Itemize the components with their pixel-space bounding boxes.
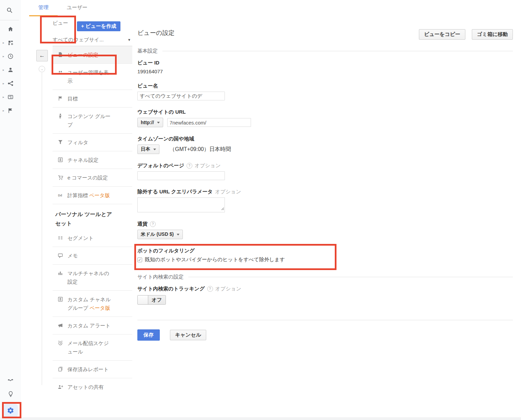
view-menu-group-header-personal-tools: パーソナル ツールとアセット — [53, 204, 132, 229]
rail-item-discover[interactable] — [7, 390, 14, 399]
basic-settings-header: 基本設定 — [137, 48, 158, 54]
view-menu-item-custom-channel-grouping[interactable]: カスタム チャネル グループ ベータ版 — [53, 290, 132, 317]
beta-badge: ベータ版 — [90, 305, 110, 311]
rail-item-acquisition[interactable]: ▸ — [0, 77, 21, 90]
view-menu-item-view-settings[interactable]: ビューの設定 — [53, 46, 132, 63]
default-page-input[interactable] — [137, 171, 225, 180]
save-button[interactable]: 保存 — [137, 329, 160, 341]
view-menu-item-channel-settings[interactable]: チャネル設定 — [53, 151, 132, 169]
expand-arrow-icon[interactable]: ▸ — [3, 69, 4, 72]
resize-grip-icon[interactable] — [221, 206, 224, 212]
view-settings-panel: ビューをコピー ゴミ箱に移動 ビューの設定 基本設定 ビュー ID 199164… — [137, 29, 513, 341]
view-name-input[interactable] — [137, 92, 225, 100]
menu-item-label: メール配信スケジュール — [67, 339, 112, 356]
help-icon[interactable]: ? — [207, 286, 213, 292]
dd-icon: Dd — [57, 192, 63, 198]
view-menu-item-ecommerce-settings[interactable]: e コマースの設定 — [53, 169, 132, 186]
timezone-country-dropdown[interactable]: 日本 — [137, 145, 159, 154]
expand-arrow-icon[interactable]: ▸ — [3, 41, 4, 44]
default-page-label: デフォルトのページ — [137, 163, 184, 169]
site-search-header: サイト内検索の設定 — [137, 274, 184, 280]
url-scheme-dropdown[interactable]: http:// — [137, 118, 163, 127]
discover-bulb-icon — [7, 390, 14, 398]
view-menu-item-calculated-metrics[interactable]: Dd計算指標 ベータ版 — [53, 186, 132, 204]
timeline-line — [42, 73, 42, 385]
view-menu-item-annotations[interactable]: メモ — [53, 247, 132, 264]
menu-item-label: ユーザー管理を表示 — [67, 68, 112, 85]
audience-person-icon — [7, 66, 14, 73]
move-to-trash-button[interactable]: ゴミ箱に移動 — [472, 29, 513, 40]
ga-admin-page: ▸▸▸▸▸▸ 管理ユーザー ← → ビュー + ビューを作成 すべてのウェブサイ… — [0, 0, 521, 420]
bot-filtering-field: ボットのフィルタリング ✓ 既知のボットやスパイダーからのヒットをすべて除外しま… — [137, 248, 513, 263]
view-menu-item-user-management[interactable]: ユーザー管理を表示 — [53, 63, 132, 90]
menu-item-label: マルチチャネルの設定 — [67, 269, 112, 286]
currency-dropdown[interactable]: 米ドル (USD $) — [137, 230, 183, 239]
document-icon — [57, 52, 63, 58]
left-nav-rail: ▸▸▸▸▸▸ — [0, 0, 21, 420]
view-menu-item-email-schedule[interactable]: メール配信スケジュール — [53, 334, 132, 360]
tab-admin[interactable]: 管理 — [29, 0, 58, 16]
view-menu-item-content-grouping[interactable]: コンテンツ グループ — [53, 107, 132, 133]
segment-icon — [57, 235, 63, 241]
bar-chart-icon — [57, 270, 63, 276]
help-icon[interactable]: ? — [187, 163, 192, 169]
view-menu-item-saved-reports[interactable]: 保存済みレポート — [53, 360, 132, 378]
currency-label: 通貨 — [137, 221, 148, 227]
exclude-params-textarea[interactable] — [138, 198, 225, 212]
help-icon[interactable]: ? — [150, 221, 156, 227]
rail-item-home[interactable] — [0, 22, 21, 36]
website-url-input[interactable] — [167, 118, 251, 127]
realtime-clock-icon — [7, 53, 14, 60]
footer-divider — [137, 320, 513, 320]
cart-icon — [57, 174, 63, 180]
view-menu-item-multi-channel-settings[interactable]: マルチチャネルの設定 — [53, 264, 132, 290]
timezone-country-value: 日本 — [141, 146, 150, 152]
rail-nav-items: ▸▸▸▸▸▸ — [0, 20, 21, 117]
bot-filtering-checkbox[interactable]: ✓ — [137, 257, 142, 262]
rail-bottom-items — [0, 377, 21, 417]
expand-arrow-icon[interactable]: ▸ — [3, 82, 4, 85]
search-button[interactable] — [0, 0, 19, 20]
currency-field: 通貨 ? 米ドル (USD $) — [137, 221, 513, 239]
bottom-edge-strip — [0, 417, 521, 420]
copy-view-button[interactable]: ビューをコピー — [419, 29, 465, 40]
channel-icon — [57, 296, 63, 302]
caret-down-icon — [177, 234, 179, 235]
expand-arrow-icon[interactable]: ▸ — [3, 109, 4, 112]
rail-item-conversions[interactable]: ▸ — [0, 104, 21, 117]
site-search-tracking-field: サイト内検索のトラッキング ? オプション オフ — [137, 286, 513, 306]
view-selector-dropdown[interactable]: すべてのウェブサイ... ▼ — [53, 35, 132, 46]
exclude-params-field: 除外する URL クエリパラメータ オプション — [137, 189, 513, 212]
view-menu-item-filters[interactable]: フィルタ — [53, 133, 132, 151]
tab-user[interactable]: ユーザー — [58, 0, 97, 16]
create-view-button[interactable]: + ビューを作成 — [77, 21, 120, 31]
channel-icon — [57, 157, 63, 163]
view-menu-item-custom-alerts[interactable]: カスタム アラート — [53, 317, 132, 334]
menu-item-label: 保存済みレポート — [67, 365, 112, 374]
rail-item-realtime[interactable]: ▸ — [0, 50, 21, 63]
expand-column-button[interactable]: → — [39, 66, 45, 72]
rail-item-admin[interactable] — [3, 404, 18, 417]
rail-item-customization[interactable]: ▸ — [0, 36, 21, 50]
view-menu-item-goals[interactable]: 目標 — [53, 90, 132, 107]
view-menu-item-asset-sharing[interactable]: アセットの共有 — [53, 378, 132, 396]
person-plus-icon — [57, 384, 63, 390]
rail-item-attribution[interactable] — [7, 377, 14, 386]
admin-gear-icon — [7, 407, 14, 414]
view-menu-item-segments[interactable]: セグメント — [53, 229, 132, 247]
menu-item-label: フィルタ — [67, 138, 112, 147]
view-column-header: ビュー — [53, 19, 70, 27]
rail-item-audience[interactable]: ▸ — [0, 63, 21, 77]
rail-item-behavior[interactable]: ▸ — [0, 90, 21, 104]
exclude-params-label: 除外する URL クエリパラメータ — [137, 189, 213, 195]
beta-badge: ベータ版 — [89, 192, 110, 198]
toggle-knob — [138, 295, 148, 304]
site-search-toggle[interactable]: オフ — [137, 295, 166, 305]
site-search-tracking-label: サイト内検索のトラッキング — [137, 286, 205, 292]
collapse-column-button[interactable]: ← — [36, 50, 48, 61]
cancel-button[interactable]: キャンセル — [170, 330, 206, 340]
timezone-field: タイムゾーンの国や地域 日本 （GMT+09:00）日本時間 — [137, 136, 513, 154]
menu-item-label: カスタム チャネル グループ ベータ版 — [67, 295, 112, 312]
expand-arrow-icon[interactable]: ▸ — [3, 96, 4, 99]
expand-arrow-icon[interactable]: ▸ — [3, 55, 4, 58]
